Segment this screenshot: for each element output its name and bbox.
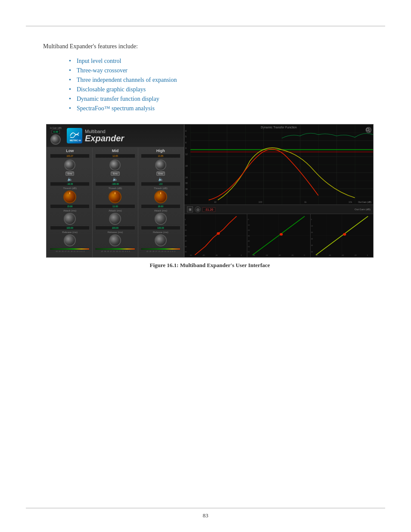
list-item: Dynamic transfer function display	[69, 96, 377, 103]
plugin-right-panel: Dynamic Transfer Function 056912 18 2430…	[184, 124, 373, 257]
channel-low: Low 100.27 Ens 🔈 -16.00 Thresh (dB) 15.0…	[47, 148, 93, 257]
svg-rect-1	[190, 124, 373, 205]
plugin-logo: METRIC HALO Multiband Expander	[67, 128, 181, 143]
svg-point-34	[343, 233, 346, 236]
channel-mid: Mid 12.65 Ens 🔈 -100.00 Thresh (dB) 11.0…	[93, 148, 138, 257]
plugin-screenshot: In Gain (dB) 0.00 METRIC HALO	[46, 124, 374, 258]
list-item: SpectraFoo™ spectrum analysis	[69, 105, 377, 112]
figure-caption: Figure 16.1: Multiband Expander's User I…	[149, 262, 270, 269]
list-item: Three independent channels of expansion	[69, 77, 377, 84]
list-item: Three-way crossover	[69, 67, 377, 74]
list-item: Disclosable graphic displays	[69, 86, 377, 93]
svg-point-28	[280, 233, 283, 236]
svg-text:METRIC HALO: METRIC HALO	[70, 139, 81, 142]
list-item: Input level control	[69, 58, 377, 65]
bottom-rule	[26, 508, 385, 508]
plugin-header: In Gain (dB) 0.00 METRIC HALO	[47, 124, 184, 147]
channel-high: High 13.35 Ens 🔈 -2.0 Thresh (dB) 18.00 …	[138, 148, 183, 257]
feature-list: Input level control Three-way crossover …	[69, 58, 377, 112]
page-number: 83	[203, 512, 209, 519]
top-rule	[26, 26, 385, 26]
svg-point-22	[217, 232, 220, 235]
svg-point-14	[366, 127, 371, 133]
intro-text: Multiband Expander's features include:	[43, 43, 377, 50]
channel-strips: Low 100.27 Ens 🔈 -16.00 Thresh (dB) 15.0…	[47, 147, 184, 258]
plugin-left-panel: In Gain (dB) 0.00 METRIC HALO	[47, 124, 184, 258]
figure-container: In Gain (dB) 0.00 METRIC HALO	[43, 124, 377, 269]
